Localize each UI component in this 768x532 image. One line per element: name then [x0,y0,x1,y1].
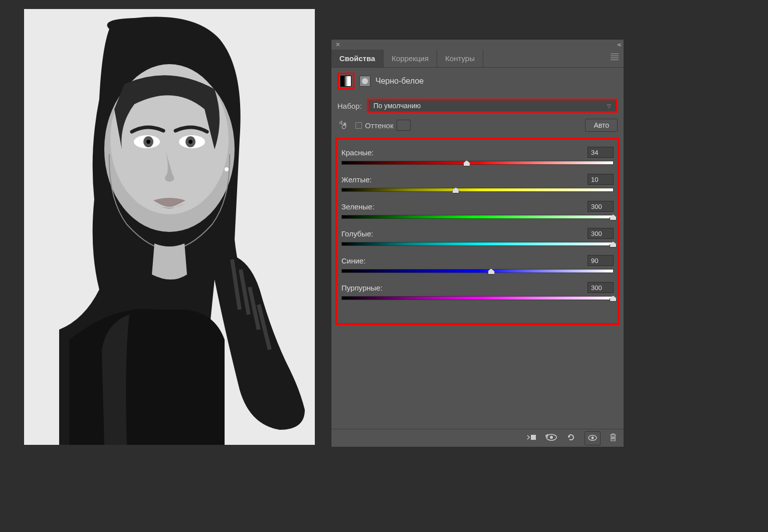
tab-paths[interactable]: Контуры [437,50,483,67]
slider-thumb-blue[interactable] [488,269,495,275]
svg-point-8 [188,140,193,144]
slider-magenta: Пурпурные: [341,282,614,300]
slider-blue: Синие: [341,255,614,273]
slider-yellow: Желтые: [341,174,614,192]
slider-track-yellow[interactable] [341,188,614,192]
slider-thumb-green[interactable] [610,214,617,220]
tab-adjustments[interactable]: Коррекция [383,50,437,67]
slider-label-green: Зеленые: [341,202,374,211]
preset-value: По умолчанию [373,102,421,110]
slider-thumb-cyan[interactable] [610,241,617,247]
trash-icon[interactable] [610,433,617,443]
layer-mask-icon[interactable] [359,76,370,87]
slider-cyan: Голубые: [341,228,614,246]
tint-label: Оттенок [365,121,394,130]
slider-label-magenta: Пурпурные: [341,284,382,292]
slider-value-magenta[interactable] [588,282,614,293]
tint-swatch[interactable] [397,120,411,131]
collapse-icon[interactable]: << [617,42,620,48]
slider-thumb-yellow[interactable] [452,187,459,193]
canvas-image [24,9,315,445]
tint-checkbox[interactable] [355,122,362,129]
svg-point-5 [146,140,150,144]
view-previous-icon[interactable] [545,434,557,443]
svg-point-12 [550,436,553,439]
panel-menu-icon[interactable] [611,54,619,60]
slider-red: Красные: [341,147,614,165]
visibility-icon[interactable] [585,431,601,445]
slider-value-cyan[interactable] [588,228,614,239]
svg-point-14 [592,436,594,439]
slider-label-blue: Синие: [341,256,365,265]
highlight-sliders: Красные: Желтые: Зеленые: [335,138,620,325]
slider-label-yellow: Желтые: [341,175,371,184]
clip-to-layer-icon[interactable] [526,433,536,443]
adjustment-name: Черно-белое [375,77,424,86]
slider-track-blue[interactable] [341,269,614,273]
slider-track-red[interactable] [341,161,614,165]
targeted-adjust-icon[interactable] [337,119,349,131]
slider-track-cyan[interactable] [341,242,614,246]
auto-button[interactable]: Авто [585,119,618,132]
panel-tabs: Свойства Коррекция Контуры [331,50,624,68]
slider-track-magenta[interactable] [341,296,614,300]
chevron-down-icon: ▽ [607,103,611,109]
close-icon[interactable]: ✕ [335,41,340,48]
slider-value-red[interactable] [588,147,614,158]
slider-thumb-red[interactable] [463,160,470,166]
svg-rect-10 [531,435,536,440]
slider-label-cyan: Голубые: [341,229,373,238]
preset-label: Набор: [337,102,362,110]
svg-point-9 [225,167,229,171]
properties-panel: ✕ << Свойства Коррекция Контуры Черно-бе… [331,39,624,447]
slider-thumb-magenta[interactable] [610,296,617,302]
tab-properties[interactable]: Свойства [331,50,383,67]
slider-value-blue[interactable] [588,255,614,266]
black-white-icon[interactable] [340,76,351,87]
highlight-bw-icon [337,73,354,90]
slider-label-red: Красные: [341,148,374,157]
reset-icon[interactable] [566,433,575,444]
slider-green: Зеленые: [341,201,614,219]
slider-value-green[interactable] [588,201,614,212]
preset-dropdown[interactable]: По умолчанию ▽ [367,99,618,113]
slider-track-green[interactable] [341,215,614,219]
slider-value-yellow[interactable] [588,174,614,185]
